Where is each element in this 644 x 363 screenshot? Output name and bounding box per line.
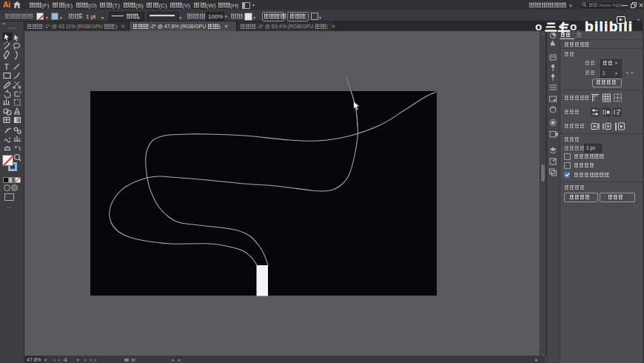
svg-text:s: s	[617, 110, 620, 116]
svg-text:T: T	[4, 62, 10, 71]
